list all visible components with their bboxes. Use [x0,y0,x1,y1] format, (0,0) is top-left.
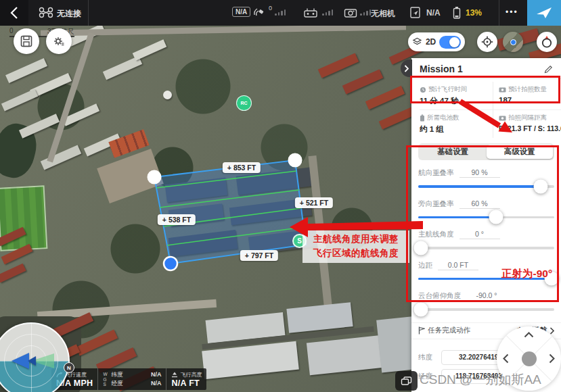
gimbal-pitch-slider[interactable] [418,308,554,311]
camera-icon [344,7,357,18]
nudge-up-button[interactable] [524,332,534,338]
aircraft-status-value: N/A [426,8,441,18]
chevron-right-icon [549,327,554,335]
slider-course-angle: 主航线角度 0 ° [418,226,554,257]
remote-controller-icon [303,7,318,18]
clock-icon [420,87,426,93]
north-badge: N [64,362,74,373]
chevron-right-icon [404,65,409,72]
side-overlap-slider[interactable] [418,216,554,219]
map-layers-button[interactable] [395,371,418,391]
settings-tabs: 基础设置 高级设置 [418,143,554,160]
slider-thumb[interactable] [414,241,428,255]
tab-basic-settings[interactable]: 基础设置 [420,145,487,159]
vertex-handle-selected[interactable] [164,257,177,270]
gps-signal-bars [275,9,286,16]
margin-value[interactable]: 0.0 FT [438,261,478,270]
takeoff-plane-icon [535,5,553,20]
side-overlap-value[interactable]: 60 % [459,199,500,209]
telemetry-altitude: 飞行高度 N/A FT [166,368,206,390]
nudge-center-handle[interactable] [522,351,537,366]
top-status-bar: 无连接 N/A 0 [0,0,561,26]
course-overlap-value[interactable]: 90 % [459,168,500,178]
gps-satellite-icon [253,7,265,18]
tab-advanced-settings[interactable]: 高级设置 [487,145,554,159]
edge-length-label: + 521 FT [295,197,333,208]
telemetry-coords: WGS 纬度N/A 经度N/A [97,368,166,390]
slider-thumb[interactable] [533,179,547,193]
slider-thumb[interactable] [414,302,428,316]
slider-thumb[interactable] [489,210,503,224]
nudge-right-button[interactable] [549,353,555,364]
camera-status: 无相机 [371,8,395,20]
battery-icon [452,6,462,20]
flight-mode-badge: N/A [232,7,250,17]
back-chevron-icon [10,6,18,20]
camera-icon [499,87,506,93]
course-overlap-slider[interactable] [418,185,554,188]
connection-status: 无连接 [57,8,81,20]
camera-icon [499,115,506,121]
nudge-left-button[interactable] [503,353,509,364]
annotation-gimbal-note: 正射为-90° [501,267,552,281]
telemetry-bar: 飞行速度 N/A MPH WGS 纬度N/A 经度N/A 飞行高度 N/A F [51,368,206,390]
course-angle-slider[interactable] [418,247,554,249]
gimbal-pitch-value[interactable]: -90.0 ° [466,291,507,301]
stacked-maps-icon [401,376,412,386]
rc-location-marker: RC [236,95,252,111]
mission-title: Mission 1 [420,64,463,74]
slider-settings: 航向重叠率 90 % 旁向重叠率 60 % 主航线角度 0 ° [411,164,561,318]
stat-photo-interval: 拍照间隔距离 F: 21.3 FT / S: 113.6 FT [493,110,561,138]
edit-pencil-icon[interactable] [544,65,553,74]
wgs-label: WGS [103,372,108,387]
stat-battery-count: 所需电池数 约 1 组 [420,110,493,138]
course-angle-value[interactable]: 0 ° [459,230,500,239]
aircraft-icon [39,7,53,18]
annotation-route-angle-note: 主航线角度用来调整 飞行区域的航线角度 [302,230,409,263]
mission-stats: 预计飞行时间 11 分 47 秒 预计拍照数量 187 [411,79,561,141]
rc-signal-bars [322,9,333,16]
edge-length-label: + 797 FT [240,250,278,261]
aircraft-heading-arrow [12,353,29,369]
vertex-handle[interactable] [288,153,302,168]
slider-side-overlap: 旁向重叠率 60 % [418,195,554,226]
watermark: CSDN @一别如斯AA [420,371,541,389]
back-button[interactable] [0,0,28,26]
app-screen: 0 375 英尺 2D [0,0,561,392]
battery-percent: 13% [466,8,482,18]
edge-length-label: + 538 FT [158,214,196,225]
edge-length-label: + 853 FT [223,162,261,173]
more-menu-button[interactable]: ••• [506,7,518,17]
stat-flight-time: 预计飞行时间 11 分 47 秒 [420,82,493,110]
aircraft-status-icon [409,6,422,19]
battery-icon [420,114,425,122]
stat-photo-count: 预计拍照数量 187 [493,82,561,110]
slider-course-overlap: 航向重叠率 90 % [418,164,554,195]
takeoff-button[interactable] [527,0,561,26]
gps-count: 0 [269,5,272,11]
altitude-icon [171,372,178,378]
flag-icon [418,326,425,335]
vertex-handle[interactable] [148,170,162,185]
slider-gimbal-pitch: 云台俯仰角度 -90.0 ° [418,287,554,318]
camera-signal-bars [360,9,371,16]
